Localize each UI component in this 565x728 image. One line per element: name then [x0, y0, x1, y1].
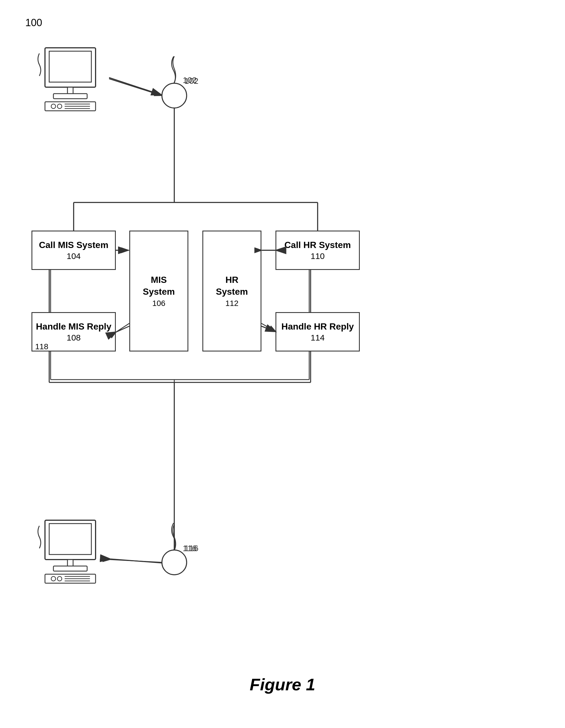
svg-text:102: 102: [183, 75, 197, 85]
handle-mis-title: Handle MIS Reply: [36, 321, 112, 332]
hr-system-title: HRSystem: [216, 274, 248, 297]
svg-point-6: [57, 104, 62, 109]
handle-hr-title: Handle HR Reply: [282, 321, 354, 332]
svg-line-46: [109, 78, 162, 95]
svg-line-34: [262, 323, 276, 332]
svg-text:116: 116: [185, 544, 199, 553]
svg-point-15: [51, 576, 56, 581]
svg-line-31: [116, 323, 129, 332]
diagram-label-100: 100: [25, 17, 42, 29]
computer-bottom: [37, 515, 110, 589]
mis-system-title: MISSystem: [143, 274, 175, 297]
computer-top: [37, 42, 110, 116]
mis-system-box: MISSystem 106: [129, 231, 188, 351]
svg-text:116: 116: [183, 544, 197, 553]
call-hr-number: 110: [310, 251, 325, 261]
svg-point-63: [162, 550, 187, 575]
call-hr-box: Call HR System 110: [276, 231, 360, 270]
svg-line-54: [117, 326, 129, 332]
svg-point-23: [163, 84, 186, 107]
call-mis-number: 104: [67, 251, 81, 261]
svg-rect-1: [49, 51, 91, 82]
hr-system-box: HRSystem 112: [203, 231, 262, 351]
svg-rect-13: [53, 566, 87, 571]
hr-system-number: 112: [226, 299, 239, 308]
handle-hr-box: Handle HR Reply 114: [276, 312, 360, 351]
svg-line-56: [262, 326, 276, 332]
svg-line-65: [111, 559, 162, 563]
svg-rect-11: [49, 524, 91, 555]
diagram-container: 100: [0, 0, 565, 728]
svg-line-25: [109, 79, 162, 96]
svg-point-5: [51, 104, 56, 109]
handle-hr-number: 114: [310, 333, 325, 342]
handle-mis-number: 108: [67, 333, 81, 342]
svg-text:102: 102: [185, 76, 199, 85]
figure-caption: Figure 1: [250, 675, 315, 694]
svg-rect-12: [68, 560, 73, 567]
svg-rect-2: [68, 87, 73, 94]
svg-point-41: [163, 551, 186, 574]
call-mis-box: Call MIS System 104: [32, 231, 116, 270]
call-hr-title: Call HR System: [284, 240, 351, 250]
svg-point-16: [57, 576, 62, 581]
svg-point-47: [162, 83, 187, 108]
call-mis-title: Call MIS System: [39, 240, 108, 250]
handle-mis-box: 118 Handle MIS Reply 108: [32, 312, 116, 351]
svg-rect-3: [53, 94, 87, 99]
mis-system-number: 106: [152, 299, 166, 308]
handle-mis-side-number: 118: [35, 342, 48, 351]
svg-line-43: [110, 560, 163, 562]
